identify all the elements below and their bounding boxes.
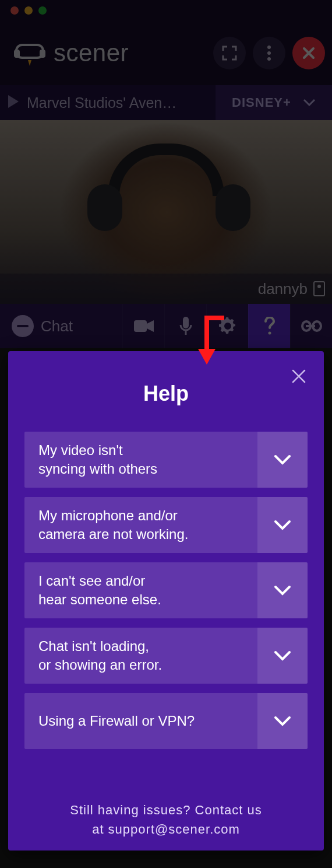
help-title: Help: [24, 382, 308, 406]
camera-button[interactable]: [122, 304, 164, 348]
fullscreen-button[interactable]: [213, 37, 246, 69]
minus-icon: [12, 315, 34, 337]
svg-rect-7: [134, 320, 147, 332]
chevron-down-icon: [257, 693, 308, 749]
service-selected: DISNEY+: [232, 95, 291, 110]
window-zoom-dot[interactable]: [38, 6, 47, 15]
faq-item[interactable]: My microphone and/or camera are not work…: [24, 497, 308, 553]
question-icon: [264, 317, 276, 335]
settings-button[interactable]: [206, 304, 248, 348]
toolbar: Chat: [0, 304, 332, 348]
svg-rect-6: [17, 325, 29, 327]
svg-point-4: [267, 51, 271, 55]
help-footer-text: Still having issues? Contact us at suppo…: [24, 800, 308, 839]
app-header: scener: [0, 21, 332, 85]
faq-item[interactable]: Chat isn't loading, or showing an error.: [24, 628, 308, 684]
microphone-icon: [179, 317, 192, 335]
faq-item-label: I can't see and/or hear someone else.: [24, 562, 257, 618]
close-button[interactable]: [292, 37, 325, 69]
close-icon: [291, 368, 307, 384]
camera-icon: [134, 319, 154, 333]
brand-logo: scener: [14, 39, 129, 67]
chevron-down-icon: [257, 497, 308, 553]
chevron-down-icon: [257, 628, 308, 684]
help-faq-list: My video isn't syncing with others My mi…: [24, 432, 308, 749]
svg-rect-2: [40, 50, 45, 58]
menu-button[interactable]: [253, 37, 285, 69]
faq-item[interactable]: I can't see and/or hear someone else.: [24, 562, 308, 618]
chat-label: Chat: [41, 317, 73, 335]
participant-username: dannyb: [258, 280, 308, 298]
window-minimize-dot[interactable]: [24, 6, 33, 15]
faq-item-label: My video isn't syncing with others: [24, 432, 257, 488]
svg-rect-8: [183, 317, 189, 328]
chevron-down-icon: [303, 99, 316, 107]
host-badge-icon: [313, 281, 325, 296]
video-feed: dannyb: [0, 120, 332, 304]
couch-icon: [14, 40, 45, 66]
microphone-button[interactable]: [164, 304, 206, 348]
faq-item[interactable]: My video isn't syncing with others: [24, 432, 308, 488]
faq-item[interactable]: Using a Firewall or VPN?: [24, 693, 308, 749]
brand-name: scener: [54, 39, 129, 67]
svg-point-9: [268, 332, 271, 335]
help-panel: Help My video isn't syncing with others …: [8, 351, 324, 850]
now-playing-title: Marvel Studios' Aven…: [27, 94, 176, 111]
svg-rect-1: [14, 50, 20, 58]
help-button[interactable]: [248, 304, 290, 348]
chevron-down-icon: [257, 562, 308, 618]
chat-toggle[interactable]: Chat: [0, 315, 122, 337]
link-button[interactable]: [290, 304, 332, 348]
faq-item-label: My microphone and/or camera are not work…: [24, 497, 257, 553]
streaming-service-selector[interactable]: DISNEY+: [216, 85, 332, 120]
svg-point-3: [267, 46, 271, 49]
faq-item-label: Chat isn't loading, or showing an error.: [24, 628, 257, 684]
play-icon[interactable]: [8, 94, 19, 111]
link-icon: [301, 320, 322, 332]
help-close-button[interactable]: [289, 366, 309, 386]
window-traffic-lights: [0, 0, 332, 21]
chevron-down-icon: [257, 432, 308, 488]
svg-point-5: [267, 57, 271, 61]
window-close-dot[interactable]: [10, 6, 19, 15]
gear-icon: [219, 317, 236, 335]
faq-item-label: Using a Firewall or VPN?: [24, 693, 257, 749]
svg-rect-0: [16, 45, 43, 58]
now-playing-bar: Marvel Studios' Aven… DISNEY+: [0, 85, 332, 120]
